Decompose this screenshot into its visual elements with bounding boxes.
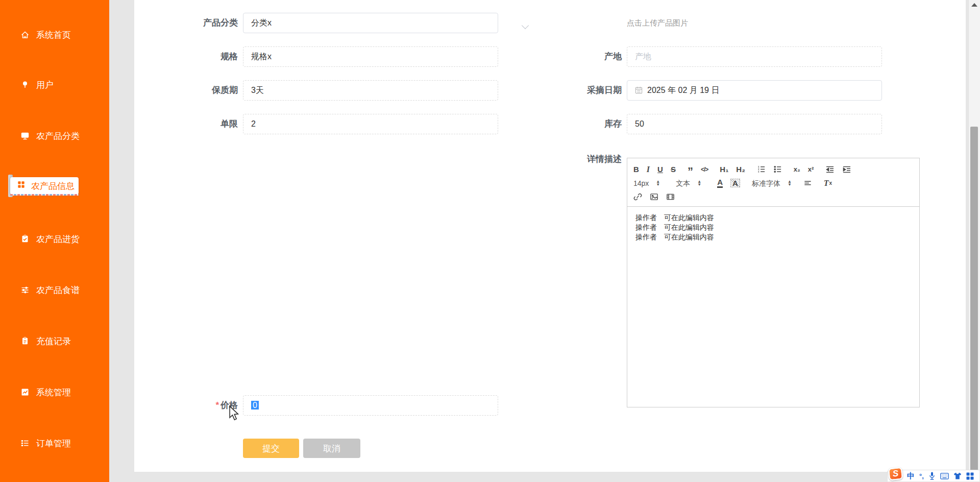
shelf-life-input[interactable]: 3天 xyxy=(243,80,498,101)
image-button[interactable] xyxy=(650,192,658,201)
origin-input[interactable]: 产地 xyxy=(627,46,882,67)
superscript-button[interactable]: x² xyxy=(808,166,814,173)
origin-placeholder: 产地 xyxy=(635,52,651,61)
format-select[interactable]: 文本▲▼ xyxy=(676,180,701,187)
sidebar-item-home[interactable]: 系统首页 xyxy=(20,28,71,41)
selected-text: 0 xyxy=(251,401,259,409)
microphone-icon[interactable] xyxy=(928,472,936,480)
text-color-button[interactable]: A xyxy=(717,178,723,188)
monitor-icon xyxy=(20,131,30,140)
highlight-color-button[interactable]: A xyxy=(730,179,740,187)
sidebar-item-product-recipe[interactable]: 农产品食谱 xyxy=(20,283,80,297)
category-select[interactable]: 分类x xyxy=(243,13,498,33)
font-size-select[interactable]: 14px▲▼ xyxy=(633,180,660,187)
spec-input[interactable]: 规格x xyxy=(243,46,498,67)
unit-limit-input[interactable]: 2 xyxy=(243,114,498,134)
shelf-life-label: 保质期 xyxy=(141,80,238,101)
ime-toolbar: S 中 °, xyxy=(887,470,980,482)
home-icon xyxy=(20,30,30,39)
spinner-arrows-icon: ▲▼ xyxy=(697,180,701,186)
heading2-button[interactable]: H₂ xyxy=(736,165,745,173)
sidebar-item-system-management[interactable]: 系统管理 xyxy=(20,385,71,399)
editor-line: 操作者 可在此编辑内容 xyxy=(635,232,911,242)
sidebar-item-label: 农产品信息 xyxy=(31,180,75,192)
heading1-button[interactable]: H₁ xyxy=(720,165,728,173)
indent-button[interactable] xyxy=(842,165,851,174)
sidebar-item-product-category[interactable]: 农产品分类 xyxy=(20,129,80,142)
sidebar-item-product-purchase[interactable]: 农产品进货 xyxy=(20,232,80,246)
sidebar-item-label: 订单管理 xyxy=(36,438,71,449)
pin-icon xyxy=(20,80,30,89)
stock-input[interactable]: 50 xyxy=(627,114,882,134)
sogou-logo[interactable]: S xyxy=(888,467,903,480)
cancel-button[interactable]: 取消 xyxy=(303,439,360,458)
spec-label: 规格 xyxy=(141,46,238,67)
spinner-arrows-icon: ▲▼ xyxy=(656,180,660,186)
chinese-mode-button[interactable]: 中 xyxy=(907,471,915,481)
harvest-date-input[interactable]: 2025 年 02 月 19 日 xyxy=(627,80,882,101)
bold-button[interactable]: B xyxy=(633,165,639,173)
sidebar-item-product-info[interactable]: 农产品信息 xyxy=(10,177,79,195)
strikethrough-button[interactable]: S xyxy=(671,165,676,173)
punctuation-button[interactable]: °, xyxy=(919,472,924,480)
sidebar-item-label: 农产品分类 xyxy=(36,130,80,142)
rich-text-editor: B I U S ” </> H₁ H₂ x₂ x² xyxy=(627,158,920,407)
sidebar-item-label: 农产品进货 xyxy=(36,233,80,245)
submit-button[interactable]: 提交 xyxy=(243,439,299,458)
keyboard-icon[interactable] xyxy=(940,473,949,479)
scrollbar[interactable] xyxy=(968,0,980,482)
chart-line-icon xyxy=(20,388,30,397)
harvest-date-label: 采摘日期 xyxy=(525,80,622,101)
skin-icon[interactable] xyxy=(953,472,962,479)
editor-line: 操作者 可在此编辑内容 xyxy=(635,213,911,223)
bullet-list-button[interactable] xyxy=(773,165,782,174)
editor-content[interactable]: 操作者 可在此编辑内容 操作者 可在此编辑内容 操作者 可在此编辑内容 xyxy=(627,207,919,248)
sliders-icon xyxy=(20,285,30,295)
outdent-button[interactable] xyxy=(825,165,835,174)
scrollbar-thumb[interactable] xyxy=(970,127,978,471)
clear-format-button[interactable]: Tx xyxy=(824,179,832,187)
selection-ants xyxy=(10,194,79,196)
price-label: *价格 xyxy=(141,395,238,416)
price-input[interactable]: 0 xyxy=(243,395,498,416)
video-button[interactable] xyxy=(666,192,675,201)
align-button[interactable] xyxy=(803,179,812,187)
code-button[interactable]: </> xyxy=(701,166,708,173)
ordered-list-button[interactable] xyxy=(757,165,766,174)
stock-label: 库存 xyxy=(525,114,622,134)
category-label: 产品分类 xyxy=(141,13,238,33)
harvest-date-value: 2025 年 02 月 19 日 xyxy=(647,86,719,94)
order-list-icon xyxy=(20,439,30,448)
sidebar-item-label: 农产品食谱 xyxy=(36,284,80,296)
toolbox-grid-icon[interactable] xyxy=(966,472,974,480)
spinner-arrows-icon: ▲▼ xyxy=(788,180,792,186)
sidebar-item-order-management[interactable]: 订单管理 xyxy=(20,437,71,450)
required-asterisk: * xyxy=(215,400,219,410)
sidebar: 系统首页 用户 农产品分类 农产品信息 xyxy=(0,0,109,482)
sidebar-item-recharge-records[interactable]: 充值记录 xyxy=(20,334,71,348)
scrollbar-up-arrow[interactable] xyxy=(971,3,977,7)
calendar-icon xyxy=(635,82,643,101)
upload-image-button[interactable]: 点击上传产品图片 xyxy=(627,13,688,33)
unit-limit-label: 单限 xyxy=(141,114,238,134)
underline-button[interactable]: U xyxy=(657,165,663,173)
subscript-button[interactable]: x₂ xyxy=(794,166,800,173)
blockquote-button[interactable]: ” xyxy=(688,165,693,174)
link-button[interactable] xyxy=(633,192,642,201)
clipboard-check-icon xyxy=(20,234,30,244)
grid-icon xyxy=(17,180,26,191)
sidebar-item-users[interactable]: 用户 xyxy=(20,78,54,91)
editor-toolbar: B I U S ” </> H₁ H₂ x₂ x² xyxy=(627,158,919,207)
sidebar-item-label: 系统管理 xyxy=(36,387,71,398)
sidebar-item-label: 充值记录 xyxy=(36,335,71,347)
origin-label: 产地 xyxy=(525,46,622,67)
clipboard-icon xyxy=(20,336,30,346)
sidebar-item-label: 系统首页 xyxy=(36,29,71,41)
font-family-select[interactable]: 标准字体▲▼ xyxy=(752,180,792,187)
editor-line: 操作者 可在此编辑内容 xyxy=(635,223,911,232)
sidebar-item-label: 用户 xyxy=(36,79,54,91)
description-label: 详情描述 xyxy=(525,149,622,170)
italic-button[interactable]: I xyxy=(647,165,650,174)
